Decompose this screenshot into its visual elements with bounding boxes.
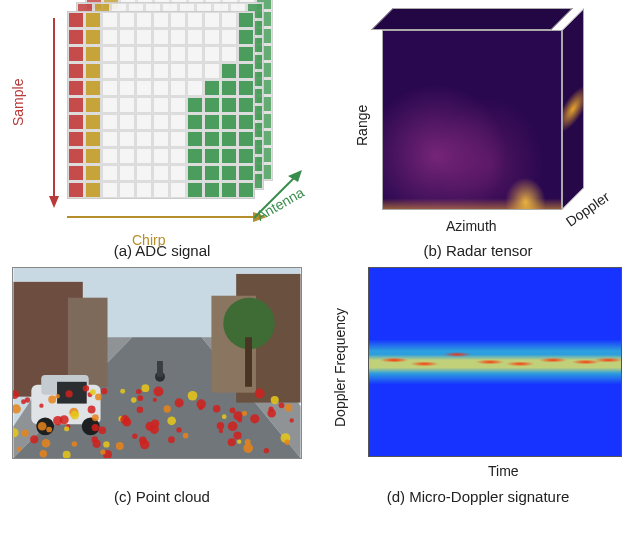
time-axis-label: Time (488, 463, 519, 479)
radar-point (245, 439, 251, 445)
adc-cell (68, 182, 84, 198)
adc-cell (221, 165, 237, 181)
adc-cell (119, 80, 135, 96)
radar-point (183, 433, 189, 439)
adc-cell (187, 182, 203, 198)
adc-cell (187, 12, 203, 28)
adc-cell (221, 29, 237, 45)
adc-cell (85, 80, 101, 96)
svg-rect-15 (245, 337, 252, 386)
adc-cell (68, 148, 84, 164)
adc-cell (102, 12, 118, 28)
adc-cell (136, 63, 152, 79)
adc-cell (238, 46, 254, 62)
radar-point (48, 395, 56, 403)
street-scene-svg (13, 268, 301, 458)
street-photo (12, 267, 302, 459)
radar-point (98, 426, 106, 434)
adc-cell (238, 80, 254, 96)
adc-cell (102, 63, 118, 79)
adc-cell (153, 165, 169, 181)
caption-b: (b) Radar tensor (423, 242, 532, 259)
radar-point (255, 389, 265, 399)
adc-cell (187, 63, 203, 79)
radar-point (237, 418, 242, 423)
chirp-axis-label: Chirp (132, 232, 165, 248)
radar-point (22, 430, 29, 437)
radar-point (132, 433, 137, 438)
radar-point (141, 384, 149, 392)
adc-cell (204, 63, 220, 79)
adc-cell (153, 80, 169, 96)
radar-point (167, 416, 176, 425)
adc-cell (102, 29, 118, 45)
range-axis-label: Range (354, 105, 370, 146)
adc-cell (153, 12, 169, 28)
caption-c: (c) Point cloud (114, 488, 210, 505)
radar-point (230, 407, 236, 413)
radar-point (233, 431, 241, 439)
adc-cell (136, 114, 152, 130)
spectrogram (368, 267, 622, 457)
svg-marker-5 (288, 170, 302, 182)
adc-cell (119, 46, 135, 62)
panel-a: Sample Chirp Antenna (a) ADC signal (10, 6, 314, 259)
adc-cell (68, 165, 84, 181)
radar-point (131, 397, 137, 403)
adc-cell (102, 80, 118, 96)
radar-point (92, 414, 99, 421)
adc-cell (102, 182, 118, 198)
radar-point (151, 420, 159, 428)
adc-cell (136, 80, 152, 96)
adc-cell (238, 12, 254, 28)
radar-point (237, 439, 241, 443)
radar-point (168, 436, 175, 443)
radar-point (88, 406, 96, 414)
adc-cell (238, 114, 254, 130)
radar-point (176, 427, 181, 432)
adc-cell (170, 12, 186, 28)
adc-cell (153, 114, 169, 130)
radar-point (219, 429, 223, 433)
adc-cell (204, 131, 220, 147)
adc-cell (85, 97, 101, 113)
radar-point (46, 427, 52, 433)
adc-cell (119, 12, 135, 28)
adc-cell (102, 46, 118, 62)
cube-face-side (562, 8, 584, 210)
adc-cell (170, 29, 186, 45)
adc-cell (153, 148, 169, 164)
adc-cell (153, 97, 169, 113)
adc-cell (170, 80, 186, 96)
radar-point (70, 411, 79, 420)
radar-point (25, 397, 30, 402)
radar-point (285, 440, 291, 446)
radar-point (140, 440, 150, 450)
adc-cell (85, 63, 101, 79)
adc-cell (136, 131, 152, 147)
adc-cell (68, 63, 84, 79)
adc-cell (68, 12, 84, 28)
adc-cell (119, 29, 135, 45)
adc-cell (170, 165, 186, 181)
adc-cell (153, 182, 169, 198)
adc-cell (68, 80, 84, 96)
adc-cell (153, 131, 169, 147)
radar-point (242, 411, 247, 416)
adc-cell (102, 97, 118, 113)
adc-cell (204, 29, 220, 45)
adc-cell (238, 148, 254, 164)
svg-rect-22 (157, 361, 163, 377)
adc-cell (221, 114, 237, 130)
adc-cell (204, 80, 220, 96)
point-cloud-canvas (12, 267, 312, 482)
adc-cell (204, 114, 220, 130)
adc-cell (85, 12, 101, 28)
caption-d: (d) Micro-Doppler signature (387, 488, 570, 505)
adc-cell (153, 63, 169, 79)
radar-point (120, 389, 125, 394)
radar-point (17, 447, 22, 452)
radar-point (103, 441, 109, 447)
adc-cell (221, 97, 237, 113)
adc-cell (85, 29, 101, 45)
